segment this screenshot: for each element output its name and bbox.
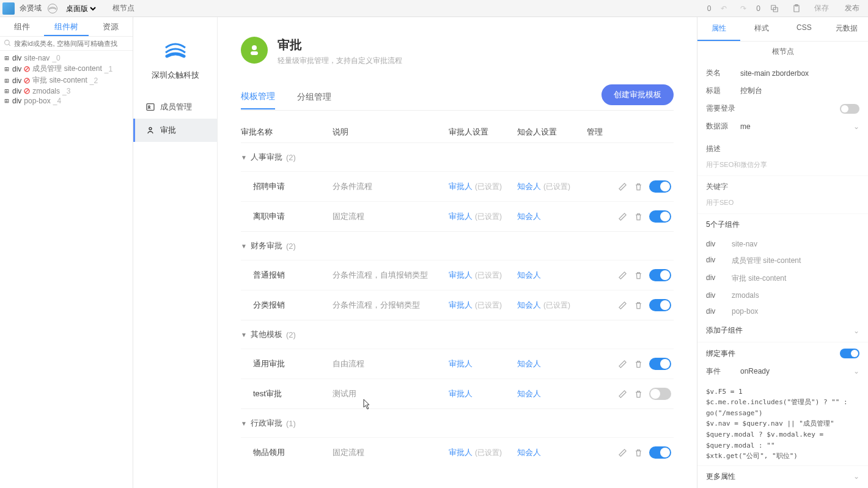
- ptab-props[interactable]: 属性: [697, 17, 740, 41]
- chevron-down-icon[interactable]: ⌄: [853, 122, 859, 131]
- toolbar-right: 0 ↶ ↷ 0 保存 发布: [707, 1, 866, 16]
- component-tree: ⊞divsite-nav_0⊞div成员管理 site-content_1⊞di…: [0, 51, 133, 488]
- svg-rect-13: [147, 104, 154, 111]
- edit-icon[interactable]: [617, 182, 627, 191]
- svg-point-0: [48, 4, 57, 13]
- chevron-down-icon[interactable]: ⌄: [853, 367, 859, 375]
- approver-link[interactable]: 审批人: [449, 182, 473, 191]
- notify-link[interactable]: 知会人: [517, 270, 541, 279]
- approver-link[interactable]: 审批人: [449, 212, 473, 221]
- search-input[interactable]: [14, 40, 129, 47]
- svg-line-6: [9, 44, 10, 46]
- notify-link[interactable]: 知会人: [517, 359, 541, 368]
- approver-link[interactable]: 审批人: [449, 300, 473, 309]
- delete-icon[interactable]: [633, 300, 643, 310]
- publish-button[interactable]: 发布: [839, 1, 866, 16]
- edit-icon[interactable]: [617, 270, 627, 280]
- tab-resources[interactable]: 资源: [89, 17, 133, 36]
- undo-icon[interactable]: ↶: [717, 3, 730, 14]
- tab-components[interactable]: 组件: [0, 17, 44, 36]
- ptab-css[interactable]: CSS: [783, 17, 826, 41]
- tree-node[interactable]: ⊞divpop-box_4: [0, 96, 133, 106]
- tab-group-manage[interactable]: 分组管理: [297, 86, 331, 109]
- caret-down-icon: ▼: [241, 243, 247, 250]
- enable-toggle[interactable]: [649, 299, 671, 311]
- edit-icon[interactable]: [617, 212, 627, 221]
- delete-icon[interactable]: [633, 212, 643, 221]
- delete-icon[interactable]: [633, 448, 643, 457]
- enable-toggle[interactable]: [649, 180, 671, 193]
- expand-icon[interactable]: ⊞: [4, 97, 10, 105]
- approver-link[interactable]: 审批人: [449, 359, 473, 368]
- sub-tabs: 模板管理 分组管理 创建审批模板: [241, 84, 674, 111]
- desc-hint: 用于SEO和微信分享: [697, 160, 868, 176]
- child-row[interactable]: divzmodals: [697, 287, 868, 303]
- enable-toggle[interactable]: [649, 358, 671, 370]
- group-row[interactable]: ▼财务审批(2): [241, 231, 674, 260]
- expand-icon[interactable]: ⊞: [4, 76, 10, 85]
- edit-icon[interactable]: [617, 359, 627, 369]
- expand-icon[interactable]: ⊞: [4, 87, 10, 95]
- sidebar-item[interactable]: 成员管理: [133, 95, 217, 119]
- save-button[interactable]: 保存: [811, 2, 833, 15]
- delete-icon[interactable]: [633, 389, 643, 399]
- class-value[interactable]: site-main zborderbox: [740, 69, 859, 78]
- sidebar-item[interactable]: 审批: [133, 119, 217, 142]
- delete-icon[interactable]: [633, 270, 643, 280]
- enable-toggle[interactable]: [649, 210, 671, 223]
- need-login-toggle[interactable]: [840, 104, 859, 114]
- child-count-label: 5个子组件: [706, 220, 740, 230]
- approver-link[interactable]: 审批人: [449, 448, 473, 457]
- redo-icon[interactable]: ↷: [737, 3, 750, 14]
- tab-template-manage[interactable]: 模板管理: [241, 85, 275, 109]
- user-avatar[interactable]: [2, 2, 15, 15]
- expand-icon[interactable]: ⊞: [4, 54, 10, 62]
- notify-link[interactable]: 知会人: [517, 182, 541, 191]
- copy-icon[interactable]: [767, 3, 782, 14]
- enable-toggle[interactable]: [649, 446, 671, 459]
- approver-link[interactable]: 审批人: [449, 389, 473, 398]
- child-row[interactable]: divpop-box: [697, 303, 868, 319]
- event-code[interactable]: $v.F5 = 1 $c.me.role.includes("管理员") ? "…: [697, 383, 868, 465]
- paste-icon[interactable]: [789, 3, 804, 14]
- view-mode-select[interactable]: 桌面版: [64, 4, 98, 13]
- tab-tree[interactable]: 组件树: [44, 17, 88, 36]
- row-desc: 分条件流程: [333, 181, 449, 192]
- group-row[interactable]: ▼其他模板(2): [241, 320, 674, 349]
- tree-node[interactable]: ⊞div成员管理 site-content_1: [0, 63, 133, 75]
- approver-link[interactable]: 审批人: [449, 270, 473, 279]
- edit-icon[interactable]: [617, 300, 627, 310]
- delete-icon[interactable]: [633, 359, 643, 369]
- svg-line-12: [25, 89, 29, 93]
- notify-link[interactable]: 知会人: [517, 448, 541, 457]
- notify-link[interactable]: 知会人: [517, 212, 541, 221]
- title-value[interactable]: 控制台: [740, 86, 859, 96]
- edit-icon[interactable]: [617, 448, 627, 457]
- page-title: 审批: [278, 37, 402, 53]
- enable-toggle[interactable]: [649, 388, 671, 400]
- child-row[interactable]: div成员管理 site-content: [697, 252, 868, 270]
- enable-toggle[interactable]: [649, 269, 671, 281]
- ptab-meta[interactable]: 元数据: [825, 17, 868, 41]
- child-row[interactable]: div审批 site-content: [697, 270, 868, 287]
- ptab-style[interactable]: 样式: [740, 17, 783, 41]
- notify-link[interactable]: 知会人: [517, 389, 541, 398]
- expand-icon[interactable]: ⊞: [4, 65, 10, 73]
- delete-icon[interactable]: [633, 182, 643, 191]
- group-row[interactable]: ▼人事审批(2): [241, 142, 674, 171]
- breadcrumb: 根节点: [112, 3, 134, 13]
- tree-node[interactable]: ⊞div审批 site-content_2: [0, 75, 133, 86]
- child-row[interactable]: divsite-nav: [697, 236, 868, 252]
- create-template-button[interactable]: 创建审批模板: [601, 84, 674, 105]
- tree-node[interactable]: ⊞divzmodals_3: [0, 86, 133, 96]
- chevron-down-icon: ⌄: [853, 327, 859, 335]
- bind-event-toggle[interactable]: [840, 349, 859, 358]
- group-row[interactable]: ▼行政审批(1): [241, 409, 674, 437]
- event-value[interactable]: onReady: [740, 367, 853, 375]
- datasource-value[interactable]: me: [740, 122, 853, 131]
- edit-icon[interactable]: [617, 389, 627, 399]
- tree-node[interactable]: ⊞divsite-nav_0: [0, 53, 133, 63]
- notify-link[interactable]: 知会人: [517, 300, 541, 309]
- more-props-row[interactable]: 更多属性 ⌄: [706, 468, 859, 486]
- add-child-row[interactable]: 添加子组件 ⌄: [706, 322, 859, 339]
